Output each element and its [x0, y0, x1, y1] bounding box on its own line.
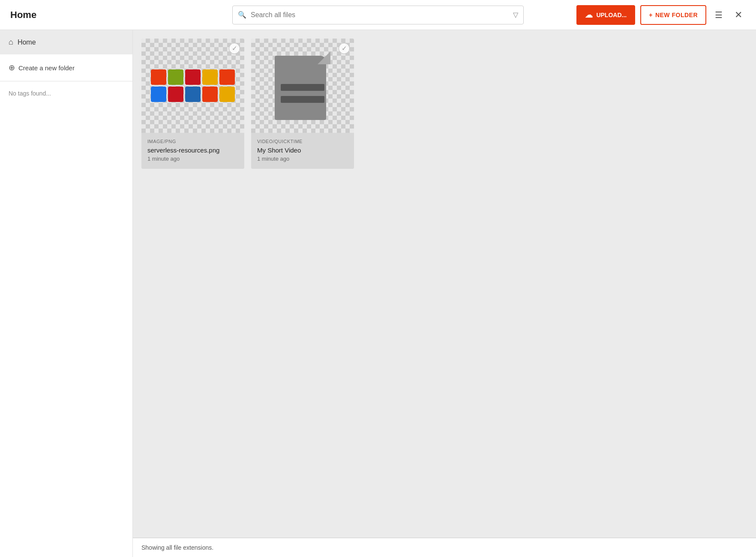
home-icon: ⌂ — [9, 38, 13, 47]
file-thumbnail-video: ✓ — [251, 39, 354, 133]
sidebar: ⌂ Home ⊕ Create a new folder No tags fou… — [0, 30, 133, 557]
no-tags-label: No tags found... — [9, 90, 51, 97]
upload-button[interactable]: ☁ UPLOAD... — [576, 5, 635, 25]
file-info-2: VIDEO/QUICKTIME My Short Video 1 minute … — [251, 133, 354, 169]
upload-cloud-icon: ☁ — [585, 10, 593, 20]
files-grid: ✓ IMAGE/PNG serverless-resources.png 1 m… — [133, 30, 756, 538]
sidebar-item-home[interactable]: ⌂ Home — [0, 30, 132, 54]
file-card-video[interactable]: ✓ VIDEO/QUICKTIME My Short Video 1 minut… — [251, 39, 354, 169]
footer-text: Showing all file extensions. — [141, 544, 213, 551]
filter-icon[interactable]: ▽ — [513, 11, 518, 19]
create-new-folder-button[interactable]: ⊕ Create a new folder — [0, 54, 132, 81]
new-folder-button[interactable]: + NEW FOLDER — [640, 5, 706, 25]
footer: Showing all file extensions. — [133, 538, 756, 557]
doc-line-2 — [281, 96, 324, 103]
file-select-checkbox-1[interactable]: ✓ — [229, 43, 240, 54]
file-type-1: IMAGE/PNG — [147, 139, 238, 144]
file-time-1: 1 minute ago — [147, 156, 238, 162]
video-doc-icon — [275, 51, 330, 120]
sidebar-home-label: Home — [18, 39, 36, 46]
file-name-1: serverless-resources.png — [147, 147, 238, 154]
layout: ⌂ Home ⊕ Create a new folder No tags fou… — [0, 30, 756, 557]
check-icon-1: ✓ — [232, 45, 237, 52]
header: Home 🔍 ▽ ☁ UPLOAD... + NEW FOLDER ☰ ✕ — [0, 0, 756, 30]
create-folder-label: Create a new folder — [18, 64, 75, 72]
search-bar[interactable]: 🔍 ▽ — [232, 6, 524, 24]
doc-line-1 — [281, 84, 324, 91]
search-icon: 🔍 — [238, 11, 246, 19]
file-name-2: My Short Video — [257, 147, 348, 154]
main-content: ✓ IMAGE/PNG serverless-resources.png 1 m… — [133, 30, 756, 557]
close-button[interactable]: ✕ — [731, 8, 746, 22]
file-thumbnail-image: ✓ — [141, 39, 244, 133]
check-icon-2: ✓ — [342, 45, 347, 52]
list-view-button[interactable]: ☰ — [711, 8, 726, 22]
page-title: Home — [10, 9, 79, 21]
doc-lines — [281, 84, 324, 103]
file-type-2: VIDEO/QUICKTIME — [257, 139, 348, 144]
file-card-image[interactable]: ✓ IMAGE/PNG serverless-resources.png 1 m… — [141, 39, 244, 169]
file-info-1: IMAGE/PNG serverless-resources.png 1 min… — [141, 133, 244, 169]
search-input[interactable] — [251, 11, 513, 19]
create-folder-icon: ⊕ — [9, 63, 15, 72]
file-select-checkbox-2[interactable]: ✓ — [339, 43, 350, 54]
file-time-2: 1 minute ago — [257, 156, 348, 162]
tags-section: No tags found... — [0, 81, 132, 105]
header-actions: ☁ UPLOAD... + NEW FOLDER ☰ ✕ — [576, 5, 746, 25]
